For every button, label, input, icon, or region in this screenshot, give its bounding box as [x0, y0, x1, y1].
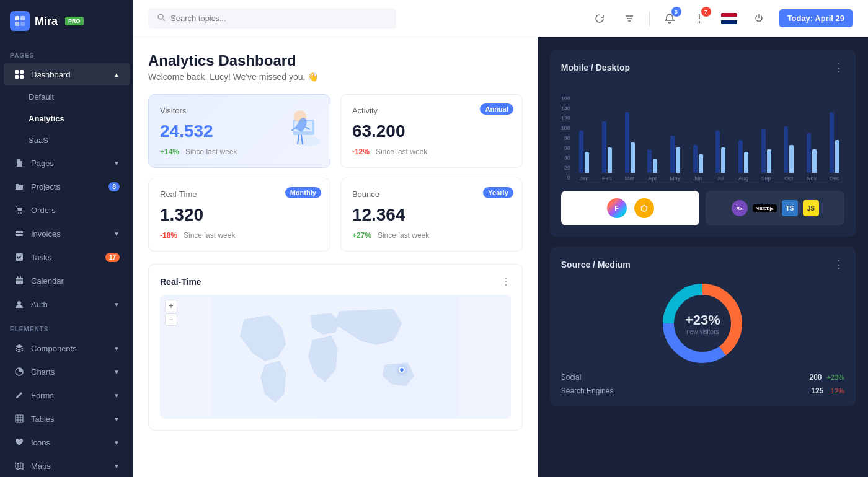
bar-month-label: May	[670, 175, 680, 182]
bar-group-feb: Feb	[596, 98, 617, 182]
bar-month-label: Nov	[807, 175, 817, 182]
map-zoom-in[interactable]: +	[165, 300, 177, 312]
mobile-bar-sep	[767, 149, 771, 173]
sidebar-logo[interactable]: Mira PRO	[0, 0, 133, 42]
search-box[interactable]	[148, 8, 396, 29]
sidebar-label-dashboard: Dashboard	[31, 70, 71, 79]
sidebar-label-charts: Charts	[31, 367, 55, 377]
mobile-bar-apr	[653, 159, 657, 173]
source-item-search: Search Engines 125 -12%	[561, 387, 844, 395]
bar-month-label: Sep	[761, 175, 771, 182]
desktop-bar-jun	[693, 145, 698, 173]
check-icon	[14, 252, 25, 263]
bar-group-nov: Nov	[802, 98, 822, 182]
bar-group-aug: Aug	[733, 98, 754, 182]
nextjs-logo: NEXT.js	[753, 204, 777, 212]
sidebar-item-default[interactable]: Default	[4, 87, 130, 107]
bar-chart: JanFebMarAprMayJunJulAugSepOctNovDec	[574, 95, 844, 182]
map-zoom-out[interactable]: −	[165, 313, 177, 326]
bar-month-label: Jul	[717, 175, 724, 182]
sidebar-item-forms[interactable]: Forms ▼	[4, 384, 130, 406]
source-social-value: 200	[810, 373, 822, 382]
source-medium-menu[interactable]: ⋮	[833, 258, 844, 271]
notifications-button[interactable]: 3	[660, 9, 680, 28]
bounce-since: Since last week	[378, 231, 429, 240]
sidebar-label-pages: Pages	[31, 159, 54, 168]
y-120: 120	[561, 115, 570, 121]
sidebar-item-icons[interactable]: Icons ▼	[4, 431, 130, 453]
mobile-desktop-menu[interactable]: ⋮	[833, 61, 844, 74]
stat-card-activity: Activity Annual 63.200 -12% Since last w…	[340, 94, 523, 168]
svg-rect-15	[20, 276, 22, 279]
sidebar-item-charts[interactable]: Charts ▼	[4, 361, 130, 383]
sidebar-item-maps[interactable]: Maps ▼	[4, 455, 130, 477]
realtime-change: -18%	[160, 231, 177, 240]
filter-button[interactable]	[619, 9, 639, 28]
search-input[interactable]	[170, 14, 388, 23]
sidebar-item-projects[interactable]: Projects 8	[4, 175, 130, 198]
edit-icon	[14, 390, 25, 401]
sidebar-item-analytics[interactable]: Analytics	[4, 108, 130, 129]
desktop-bar-aug	[738, 140, 743, 173]
svg-rect-4	[15, 70, 19, 74]
bar-group-may: May	[665, 98, 686, 182]
pro-badge: PRO	[65, 17, 84, 25]
map-dots-menu[interactable]: ⋮	[501, 276, 511, 287]
visitors-since: Since last week	[185, 147, 237, 156]
alerts-badge: 7	[701, 7, 711, 17]
sidebar-item-calendar[interactable]: Calendar	[4, 269, 130, 292]
chevron-down-comp: ▼	[113, 345, 120, 352]
sidebar-item-tables[interactable]: Tables ▼	[4, 408, 130, 430]
bar-group-sep: Sep	[756, 98, 776, 182]
sidebar-item-orders[interactable]: Orders	[4, 199, 130, 221]
map-container: + −	[160, 295, 511, 419]
light-column: Analytics Dashboard Welcome back, Lucy! …	[133, 37, 538, 477]
sketch-logo: ⬡	[634, 198, 654, 218]
sidebar-item-auth[interactable]: Auth ▼	[4, 293, 130, 315]
source-social-name: Social	[561, 373, 582, 382]
source-medium-title: Source / Medium	[561, 260, 631, 269]
mobile-bar-jan	[585, 152, 589, 173]
chevron-down-charts: ▼	[113, 369, 120, 375]
grid-icon	[14, 69, 25, 80]
bar-month-label: Jun	[693, 175, 702, 182]
bar-month-label: Mar	[625, 175, 635, 182]
activity-value: 63.200	[352, 121, 511, 141]
sidebar-item-components[interactable]: Components ▼	[4, 337, 130, 359]
tech-card-js-ts: Rx NEXT.js TS JS	[706, 191, 844, 225]
stat-card-visitors: Visitors 24.532 +14% Since last week	[148, 94, 330, 168]
svg-rect-14	[17, 276, 19, 279]
sync-button[interactable]	[590, 9, 609, 28]
power-button[interactable]	[749, 9, 769, 28]
svg-rect-6	[15, 75, 19, 79]
topbar-right: 3 7 Today: April 29	[590, 9, 853, 28]
svg-rect-2	[15, 22, 19, 26]
typescript-logo: TS	[782, 200, 798, 216]
sidebar-item-saas[interactable]: SaaS	[4, 130, 130, 151]
map-header: Real-Time ⋮	[160, 276, 511, 287]
language-selector[interactable]	[719, 9, 739, 28]
mobile-bar-jun	[699, 154, 703, 173]
desktop-bar-feb	[602, 121, 606, 173]
svg-point-16	[17, 301, 21, 305]
desktop-bar-sep	[761, 129, 766, 173]
source-search-value: 125	[811, 387, 823, 395]
date-button[interactable]: Today: April 29	[779, 9, 853, 27]
sidebar-item-dashboard[interactable]: Dashboard ▲	[4, 63, 130, 85]
mobile-bar-feb	[608, 147, 612, 173]
y-100: 100	[561, 125, 570, 131]
sidebar-item-invoices[interactable]: Invoices ▼	[4, 222, 130, 245]
bar-month-label: Oct	[784, 175, 793, 182]
sidebar-item-pages[interactable]: Pages ▼	[4, 152, 130, 174]
svg-point-9	[20, 212, 22, 214]
svg-rect-7	[20, 75, 24, 79]
bar-group-dec: Dec	[824, 98, 844, 182]
alerts-button[interactable]: 7	[689, 9, 709, 28]
tasks-badge: 17	[105, 253, 120, 262]
sidebar-item-tasks[interactable]: Tasks 17	[4, 246, 130, 268]
projects-badge: 8	[108, 182, 120, 191]
svg-rect-1	[20, 16, 25, 20]
mobile-desktop-title: Mobile / Desktop	[561, 63, 630, 72]
desktop-bar-jul	[715, 131, 720, 173]
y-80: 80	[561, 135, 570, 141]
